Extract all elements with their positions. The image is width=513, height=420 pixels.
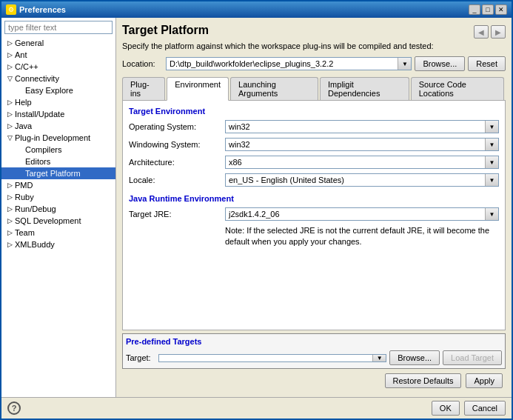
expander-icon: ▷ (4, 97, 15, 107)
sidebar-item-cpp[interactable]: ▷ C/C++ (1, 61, 115, 73)
os-value: win32 (226, 121, 485, 133)
sidebar-item-ant[interactable]: ▷ Ant (1, 49, 115, 61)
target-dropdown-arrow[interactable]: ▼ (372, 355, 386, 361)
apply-button[interactable]: Apply (466, 373, 503, 388)
jre-dropdown-arrow[interactable]: ▼ (485, 208, 498, 220)
panel-description: Specify the platform against which the w… (122, 41, 506, 50)
tab-source[interactable]: Source Code Locations (411, 77, 504, 100)
location-value: D:\dtp_build\workfolder\eclipse_plugins_… (167, 58, 398, 70)
sidebar: ▷ General ▷ Ant ▷ C/C++ ▽ Connectivity (1, 18, 116, 397)
reset-button[interactable]: Reset (468, 56, 506, 71)
filter-input[interactable] (4, 21, 113, 34)
target-select-wrapper: ▼ (158, 354, 386, 362)
os-dropdown-arrow[interactable]: ▼ (485, 121, 498, 133)
window-icon: ⚙ (6, 4, 16, 15)
load-target-button[interactable]: Load Target (443, 350, 502, 365)
os-select-wrapper: win32 ▼ (225, 120, 499, 133)
restore-defaults-button[interactable]: Restore Defaults (385, 373, 462, 388)
expander-icon (15, 144, 25, 155)
sidebar-item-label: General (15, 39, 44, 47)
sidebar-item-sql-dev[interactable]: ▷ SQL Development (1, 215, 115, 227)
tab-environment[interactable]: Environment (167, 77, 229, 101)
window-title: Preferences (19, 5, 66, 14)
jre-note: Note: If the selected JRE is not the cur… (225, 225, 499, 248)
locale-dropdown-arrow[interactable]: ▼ (485, 174, 498, 186)
maximize-button[interactable]: □ (482, 4, 494, 15)
arch-dropdown-arrow[interactable]: ▼ (485, 156, 498, 168)
windowing-row: Windowing System: win32 ▼ (129, 138, 499, 151)
sidebar-item-editors[interactable]: Editors (1, 156, 115, 167)
dialog-buttons: OK Cancel (432, 401, 506, 416)
sidebar-item-xmlbuddy[interactable]: ▷ XMLBuddy (1, 239, 115, 250)
sidebar-item-general[interactable]: ▷ General (1, 37, 115, 49)
arch-row: Architecture: x86 ▼ (129, 156, 499, 169)
panel-header: Target Platform ◀ ▶ (122, 24, 506, 41)
sidebar-item-java[interactable]: ▷ Java (1, 120, 115, 132)
jre-value: j2sdk1.4.2_06 (226, 208, 485, 220)
expander-icon: ▷ (4, 109, 15, 119)
locale-row: Locale: en_US - English (United States) … (129, 173, 499, 187)
sidebar-item-target-platform[interactable]: Target Platform (1, 167, 115, 179)
tab-plug-ins[interactable]: Plug-ins (122, 77, 165, 100)
expander-icon: ▷ (4, 192, 15, 202)
dialog-bottom: ? OK Cancel (1, 397, 512, 419)
expander-icon: ▷ (4, 239, 15, 250)
preferences-window: ⚙ Preferences _ □ ✕ ▷ General ▷ An (0, 0, 513, 420)
sidebar-item-label: Ruby (15, 193, 34, 201)
sidebar-item-install-update[interactable]: ▷ Install/Update (1, 108, 115, 120)
sidebar-item-team[interactable]: ▷ Team (1, 227, 115, 239)
panel-inner: Target Platform (122, 24, 474, 41)
sidebar-item-label: XMLBuddy (15, 240, 55, 249)
sidebar-item-compilers[interactable]: Compilers (1, 144, 115, 156)
expander-icon: ▷ (4, 204, 15, 214)
sidebar-item-connectivity[interactable]: ▽ Connectivity (1, 73, 115, 84)
jre-section-title: Java Runtime Environment (129, 194, 499, 203)
browse-target-button[interactable]: Browse... (389, 350, 440, 365)
predefined-section: Pre-defined Targets Target: ▼ Browse... … (122, 333, 506, 369)
location-wrapper: D:\dtp_build\workfolder\eclipse_plugins_… (166, 57, 412, 70)
tree-container: ▷ General ▷ Ant ▷ C/C++ ▽ Connectivity (1, 37, 115, 397)
tab-content: Target Environment Operating System: win… (122, 101, 506, 330)
browse-location-button[interactable]: Browse... (415, 56, 465, 71)
sidebar-item-run-debug[interactable]: ▷ Run/Debug (1, 203, 115, 215)
ok-button[interactable]: OK (432, 401, 460, 416)
windowing-value: win32 (226, 139, 485, 150)
right-panel: Target Platform ◀ ▶ Specify the platform… (116, 18, 512, 397)
cancel-button[interactable]: Cancel (464, 401, 506, 416)
minimize-button[interactable]: _ (469, 4, 480, 15)
tab-implicit[interactable]: Impligit Dependencies (320, 77, 409, 100)
sidebar-item-label: Run/Debug (15, 204, 56, 213)
arch-label: Architecture: (129, 158, 225, 167)
forward-button[interactable]: ▶ (491, 25, 506, 39)
sidebar-item-label: Editors (25, 157, 50, 166)
tab-launching[interactable]: Launching Arguments (230, 77, 318, 100)
close-button[interactable]: ✕ (495, 4, 507, 15)
os-row: Operating System: win32 ▼ (129, 120, 499, 133)
location-label: Location: (122, 59, 163, 68)
location-row: Location: D:\dtp_build\workfolder\eclips… (122, 56, 506, 71)
expander-icon (15, 85, 25, 96)
windowing-label: Windowing System: (129, 140, 225, 149)
expander-icon (15, 156, 25, 167)
sidebar-item-easy-explore[interactable]: Easy Explore (1, 84, 115, 96)
windowing-select-wrapper: win32 ▼ (225, 138, 499, 151)
action-buttons: Restore Defaults Apply (122, 369, 506, 391)
sidebar-item-help[interactable]: ▷ Help (1, 96, 115, 108)
arch-value: x86 (226, 156, 485, 168)
back-button[interactable]: ◀ (474, 25, 489, 39)
title-bar: ⚙ Preferences _ □ ✕ (1, 1, 512, 18)
os-label: Operating System: (129, 122, 225, 131)
expander-icon: ▷ (4, 50, 15, 60)
location-dropdown-arrow[interactable]: ▼ (398, 58, 411, 70)
sidebar-item-label: Plug-in Development (15, 133, 90, 142)
sidebar-item-label: C/C++ (15, 62, 38, 71)
help-button[interactable]: ? (7, 401, 21, 415)
main-content: ▷ General ▷ Ant ▷ C/C++ ▽ Connectivity (1, 18, 512, 397)
sidebar-item-pmd[interactable]: ▷ PMD (1, 179, 115, 191)
sidebar-item-plugin-dev[interactable]: ▽ Plug-in Development (1, 132, 115, 144)
sidebar-item-ruby[interactable]: ▷ Ruby (1, 191, 115, 203)
sidebar-item-label: Target Platform (25, 169, 81, 178)
windowing-dropdown-arrow[interactable]: ▼ (485, 139, 498, 150)
sidebar-item-label: Help (15, 98, 32, 107)
expander-icon: ▷ (4, 38, 15, 48)
